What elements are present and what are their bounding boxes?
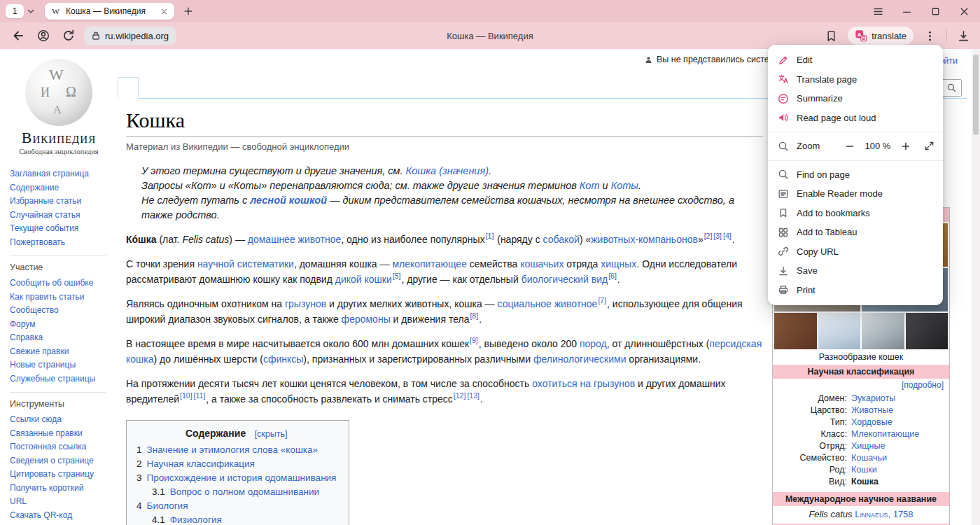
taxon-link[interactable]: Млекопитающие	[851, 428, 919, 440]
menu-item-copy-url[interactable]: Copy URL	[768, 242, 943, 262]
menu-item-summarize[interactable]: Summarize	[768, 89, 943, 108]
ref-link[interactable]: [6]	[608, 272, 617, 280]
translate-button[interactable]: АB translate	[848, 27, 913, 45]
menu-item-add-to-tableau[interactable]: Add to Tableau	[768, 223, 943, 242]
page-tab-статья[interactable]	[118, 77, 139, 99]
tab-counter[interactable]: 1	[6, 4, 24, 18]
address-bar[interactable]: ru.wikipedia.org	[84, 27, 176, 45]
menu-item-edit[interactable]: Edit	[768, 50, 943, 70]
sidebar-link-сообщество[interactable]: Сообщество	[10, 305, 59, 315]
sidebar-link-сведения-о-странице[interactable]: Сведения о странице	[10, 456, 94, 465]
taxon-link[interactable]: Животные	[851, 405, 893, 416]
sidebar-link-как-править-статьи[interactable]: Как править статьи	[10, 292, 84, 302]
menu-item-save[interactable]: Save	[768, 261, 943, 281]
toc-link[interactable]: 3.1Вопрос о полном одомашнивании	[152, 486, 319, 497]
page-tab-обсуждение[interactable]	[139, 77, 158, 98]
sidebar-link-случайная-статья[interactable]: Случайная статья	[10, 210, 80, 220]
downloads-button[interactable]	[957, 29, 970, 43]
toc-link[interactable]: 4.1Физиология	[152, 514, 222, 525]
ref-link[interactable]: [1]	[486, 232, 494, 240]
wiki-link[interactable]: кошачьих	[520, 258, 564, 270]
sidebar-link-пожертвовать[interactable]: Пожертвовать	[10, 237, 65, 247]
chevron-down-icon[interactable]	[25, 6, 36, 17]
menu-item-enable-reader-mode[interactable]: Enable Reader mode	[768, 184, 943, 204]
taxon-link[interactable]: Хордовые	[851, 416, 892, 428]
toc-hide-link[interactable]: [скрыть]	[255, 429, 288, 439]
fullscreen-button[interactable]	[924, 141, 934, 151]
menu-item-translate-page[interactable]: Translate page	[768, 70, 943, 90]
sidebar-link-избранные-статьи[interactable]: Избранные статьи	[10, 196, 81, 206]
sidebar-link-связанные-правки[interactable]: Связанные правки	[10, 428, 83, 438]
toc-link[interactable]: 1Значение и этимология слова «кошка»	[136, 444, 318, 455]
wiki-link[interactable]: млекопитающее	[392, 258, 467, 270]
sidebar-link-свежие-правки[interactable]: Свежие правки	[10, 346, 69, 356]
new-tab-button[interactable]	[183, 6, 194, 17]
wiki-link[interactable]: собакой	[543, 234, 580, 245]
ref-link[interactable]: [9]	[470, 336, 478, 344]
wiki-link[interactable]: пород	[580, 338, 607, 349]
menu-item-find-on-page[interactable]: Find on page	[768, 165, 943, 185]
wiki-link[interactable]: грызунов	[285, 298, 326, 309]
ref-link[interactable]: [3]	[713, 232, 722, 240]
search-button[interactable]	[946, 83, 957, 93]
minimize-button[interactable]	[901, 6, 913, 18]
taxon-link[interactable]: Кошки	[851, 464, 877, 476]
wiki-link[interactable]: Коты	[611, 180, 638, 191]
menu-item-add-to-bookmarks[interactable]: Add to bookmarks	[768, 204, 943, 223]
sidebar-link-цитировать-страницу[interactable]: Цитировать страницу	[10, 469, 94, 479]
menu-item-print[interactable]: Print	[768, 281, 943, 300]
wikipedia-logo[interactable]: W И Ω А	[25, 59, 92, 126]
browser-menu-button[interactable]	[872, 6, 884, 18]
sidebar-link-ссылки-сюда[interactable]: Ссылки сюда	[10, 414, 62, 424]
sidebar-link-скачать-qr-код[interactable]: Скачать QR-код	[10, 510, 72, 520]
author-link[interactable]: Linnaeus, 1758	[855, 509, 913, 519]
taxon-link[interactable]: Кошка	[851, 476, 878, 488]
sidebar-link-постоянная-ссылка[interactable]: Постоянная ссылка	[10, 442, 86, 451]
sidebar-link-служебные-страницы[interactable]: Служебные страницы	[10, 374, 95, 384]
reload-button[interactable]	[62, 29, 76, 43]
ref-link[interactable]: [12]	[454, 391, 466, 400]
wiki-link[interactable]: дикой кошки	[335, 274, 392, 285]
tab-close-icon[interactable]	[160, 7, 169, 16]
sidebar-link-справка[interactable]: Справка	[10, 332, 43, 342]
taxon-link[interactable]: Кошачьи	[851, 452, 887, 464]
wiki-link[interactable]: лесной кошкой	[250, 195, 327, 206]
details-link[interactable]: [подробно]	[773, 379, 949, 391]
sidebar-link-сообщить-об-ошибке[interactable]: Сообщить об ошибке	[10, 278, 93, 288]
taxon-link[interactable]: Хищные	[851, 440, 885, 452]
profile-button[interactable]	[36, 29, 50, 43]
zoom-out-button[interactable]	[844, 141, 855, 152]
maximize-button[interactable]	[930, 6, 941, 18]
taxon-link[interactable]: Эукариоты	[851, 393, 895, 405]
ref-link[interactable]: [5]	[393, 272, 401, 280]
toc-link[interactable]: 2Научная классификация	[136, 458, 255, 469]
zoom-in-button[interactable]	[900, 141, 911, 152]
browser-tab[interactable]: W Кошка — Википедия	[45, 3, 174, 20]
close-window-button[interactable]	[958, 6, 970, 18]
wiki-link[interactable]: научной систематики	[197, 258, 294, 270]
toc-link[interactable]: 3Происхождение и история одомашнивания	[136, 472, 336, 483]
scrollbar-thumb[interactable]	[973, 55, 979, 135]
menu-item-read-page-out-loud[interactable]: Read page out loud	[768, 108, 943, 128]
wiki-link[interactable]: охотиться на грызунов	[532, 378, 635, 389]
wiki-link[interactable]: фелинологическими	[533, 354, 626, 365]
wiki-link[interactable]: Кот	[580, 180, 600, 191]
add-bookmark-button[interactable]	[825, 29, 838, 43]
sidebar-link-содержание[interactable]: Содержание	[10, 183, 59, 192]
wiki-link[interactable]: животных-компаньонов	[591, 234, 698, 245]
ref-link[interactable]: [13]	[467, 391, 479, 400]
wiki-link[interactable]: домашнее животное	[248, 234, 341, 245]
toc-link[interactable]: 4Биология	[136, 500, 188, 511]
toolbar-menu-button[interactable]	[923, 29, 937, 43]
wiki-link[interactable]: сфинксы	[263, 354, 303, 365]
sidebar-link-форум[interactable]: Форум	[10, 319, 35, 329]
wiki-link[interactable]: Кошка (значения)	[406, 165, 489, 176]
sidebar-link-текущие-события[interactable]: Текущие события	[10, 223, 78, 233]
wiki-link[interactable]: биологический вид	[522, 274, 608, 285]
wiki-link[interactable]: хищных	[601, 258, 636, 270]
ref-link[interactable]: [2]	[704, 232, 713, 240]
wiki-link[interactable]: социальное животное	[498, 298, 598, 309]
ref-link[interactable]: [10]	[180, 391, 192, 400]
back-button[interactable]	[11, 29, 25, 43]
sidebar-link-получить-короткий-url[interactable]: Получить короткий URL	[10, 483, 83, 507]
